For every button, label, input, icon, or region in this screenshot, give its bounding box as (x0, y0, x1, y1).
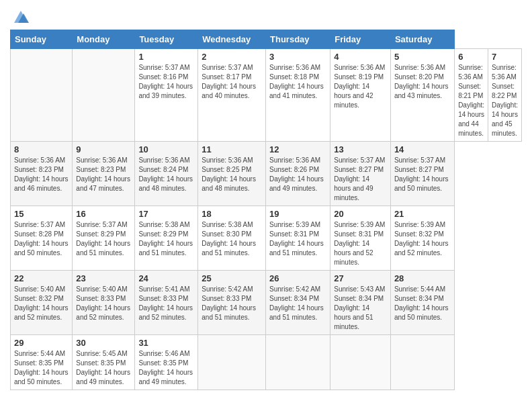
calendar-cell: 16Sunrise: 5:37 AMSunset: 8:29 PMDayligh… (73, 206, 135, 271)
day-number: 13 (334, 144, 387, 154)
calendar-cell: 13Sunrise: 5:37 AMSunset: 8:27 PMDayligh… (330, 142, 391, 206)
day-number: 29 (14, 338, 69, 348)
day-detail: Sunrise: 5:38 AMSunset: 8:30 PMDaylight:… (202, 220, 262, 258)
day-detail: Sunrise: 5:37 AMSunset: 8:16 PMDaylight:… (138, 63, 194, 101)
calendar-cell: 2Sunrise: 5:37 AMSunset: 8:17 PMDaylight… (198, 49, 266, 142)
day-number: 26 (269, 273, 326, 283)
day-number: 2 (202, 52, 262, 62)
day-detail: Sunrise: 5:36 AMSunset: 8:23 PMDaylight:… (76, 156, 131, 193)
day-detail: Sunrise: 5:36 AMSunset: 8:21 PMDaylight:… (458, 63, 484, 138)
weekday-header-monday: Monday (73, 30, 135, 49)
day-detail: Sunrise: 5:36 AMSunset: 8:18 PMDaylight:… (269, 63, 326, 101)
day-detail: Sunrise: 5:37 AMSunset: 8:27 PMDaylight:… (394, 156, 451, 193)
calendar-cell: 15Sunrise: 5:37 AMSunset: 8:28 PMDayligh… (11, 206, 73, 271)
day-number: 20 (334, 209, 387, 219)
day-detail: Sunrise: 5:42 AMSunset: 8:33 PMDaylight:… (202, 285, 262, 322)
calendar-cell: 30Sunrise: 5:45 AMSunset: 8:35 PMDayligh… (73, 335, 135, 390)
header (10, 7, 522, 26)
calendar-cell (330, 335, 391, 390)
day-number: 30 (76, 338, 131, 348)
calendar-cell: 12Sunrise: 5:36 AMSunset: 8:26 PMDayligh… (266, 142, 330, 206)
weekday-header-saturday: Saturday (390, 30, 454, 49)
calendar-cell: 7Sunrise: 5:36 AMSunset: 8:22 PMDaylight… (488, 49, 522, 142)
day-detail: Sunrise: 5:36 AMSunset: 8:23 PMDaylight:… (14, 156, 69, 193)
day-number: 4 (334, 52, 387, 62)
day-detail: Sunrise: 5:36 AMSunset: 8:25 PMDaylight:… (202, 156, 262, 193)
calendar-cell: 20Sunrise: 5:39 AMSunset: 8:31 PMDayligh… (330, 206, 391, 271)
calendar-cell: 21Sunrise: 5:39 AMSunset: 8:32 PMDayligh… (390, 206, 454, 271)
weekday-header-tuesday: Tuesday (135, 30, 198, 49)
day-number: 10 (138, 144, 194, 154)
day-detail: Sunrise: 5:40 AMSunset: 8:33 PMDaylight:… (76, 285, 131, 322)
calendar-cell: 18Sunrise: 5:38 AMSunset: 8:30 PMDayligh… (198, 206, 266, 271)
calendar-cell (198, 335, 266, 390)
calendar-cell: 26Sunrise: 5:42 AMSunset: 8:34 PMDayligh… (266, 271, 330, 335)
calendar-cell: 3Sunrise: 5:36 AMSunset: 8:18 PMDaylight… (266, 49, 330, 142)
logo (10, 7, 30, 26)
day-detail: Sunrise: 5:36 AMSunset: 8:26 PMDaylight:… (269, 156, 326, 193)
day-number: 28 (394, 273, 451, 283)
day-detail: Sunrise: 5:37 AMSunset: 8:28 PMDaylight:… (14, 220, 69, 258)
day-number: 3 (269, 52, 326, 62)
calendar-cell: 22Sunrise: 5:40 AMSunset: 8:32 PMDayligh… (11, 271, 73, 335)
day-number: 12 (269, 144, 326, 154)
day-number: 11 (202, 144, 262, 154)
calendar-cell: 11Sunrise: 5:36 AMSunset: 8:25 PMDayligh… (198, 142, 266, 206)
day-detail: Sunrise: 5:39 AMSunset: 8:31 PMDaylight:… (269, 220, 326, 258)
day-number: 15 (14, 209, 69, 219)
day-detail: Sunrise: 5:40 AMSunset: 8:32 PMDaylight:… (14, 285, 69, 322)
day-detail: Sunrise: 5:45 AMSunset: 8:35 PMDaylight:… (76, 349, 131, 387)
calendar-cell: 8Sunrise: 5:36 AMSunset: 8:23 PMDaylight… (11, 142, 73, 206)
day-detail: Sunrise: 5:37 AMSunset: 8:29 PMDaylight:… (76, 220, 131, 258)
calendar-cell: 10Sunrise: 5:36 AMSunset: 8:24 PMDayligh… (135, 142, 198, 206)
logo-icon (11, 7, 30, 26)
day-detail: Sunrise: 5:36 AMSunset: 8:20 PMDaylight:… (394, 63, 451, 101)
calendar-cell: 29Sunrise: 5:44 AMSunset: 8:35 PMDayligh… (11, 335, 73, 390)
day-number: 19 (269, 209, 326, 219)
calendar-cell: 17Sunrise: 5:38 AMSunset: 8:29 PMDayligh… (135, 206, 198, 271)
day-number: 18 (202, 209, 262, 219)
day-detail: Sunrise: 5:37 AMSunset: 8:17 PMDaylight:… (202, 63, 262, 101)
day-number: 27 (334, 273, 387, 283)
calendar-cell: 4Sunrise: 5:36 AMSunset: 8:19 PMDaylight… (330, 49, 391, 142)
day-number: 9 (76, 144, 131, 154)
day-number: 17 (138, 209, 194, 219)
calendar-cell: 9Sunrise: 5:36 AMSunset: 8:23 PMDaylight… (73, 142, 135, 206)
day-detail: Sunrise: 5:38 AMSunset: 8:29 PMDaylight:… (138, 220, 194, 258)
day-detail: Sunrise: 5:41 AMSunset: 8:33 PMDaylight:… (138, 285, 194, 322)
day-detail: Sunrise: 5:36 AMSunset: 8:24 PMDaylight:… (138, 156, 194, 193)
day-number: 5 (394, 52, 451, 62)
day-number: 25 (202, 273, 262, 283)
day-detail: Sunrise: 5:37 AMSunset: 8:27 PMDaylight:… (334, 156, 387, 203)
day-number: 16 (76, 209, 131, 219)
day-number: 7 (492, 52, 518, 62)
day-number: 21 (394, 209, 451, 219)
calendar-cell: 1Sunrise: 5:37 AMSunset: 8:16 PMDaylight… (135, 49, 198, 142)
day-detail: Sunrise: 5:36 AMSunset: 8:22 PMDaylight:… (492, 63, 518, 138)
day-number: 6 (458, 52, 484, 62)
weekday-header-sunday: Sunday (11, 30, 73, 49)
day-detail: Sunrise: 5:39 AMSunset: 8:32 PMDaylight:… (394, 220, 451, 258)
calendar-cell (390, 335, 454, 390)
day-number: 22 (14, 273, 69, 283)
calendar-table: SundayMondayTuesdayWednesdayThursdayFrid… (10, 30, 522, 390)
calendar-cell: 5Sunrise: 5:36 AMSunset: 8:20 PMDaylight… (390, 49, 454, 142)
day-number: 8 (14, 144, 69, 154)
day-number: 1 (138, 52, 194, 62)
calendar-cell: 27Sunrise: 5:43 AMSunset: 8:34 PMDayligh… (330, 271, 391, 335)
calendar-cell (266, 335, 330, 390)
calendar-cell: 28Sunrise: 5:44 AMSunset: 8:34 PMDayligh… (390, 271, 454, 335)
calendar-cell: 24Sunrise: 5:41 AMSunset: 8:33 PMDayligh… (135, 271, 198, 335)
day-detail: Sunrise: 5:44 AMSunset: 8:35 PMDaylight:… (14, 349, 69, 387)
weekday-header-friday: Friday (330, 30, 391, 49)
calendar-cell: 23Sunrise: 5:40 AMSunset: 8:33 PMDayligh… (73, 271, 135, 335)
calendar-cell: 14Sunrise: 5:37 AMSunset: 8:27 PMDayligh… (390, 142, 454, 206)
day-detail: Sunrise: 5:43 AMSunset: 8:34 PMDaylight:… (334, 285, 387, 332)
day-detail: Sunrise: 5:42 AMSunset: 8:34 PMDaylight:… (269, 285, 326, 322)
weekday-header-wednesday: Wednesday (198, 30, 266, 49)
day-number: 31 (138, 338, 194, 348)
calendar-cell: 6Sunrise: 5:36 AMSunset: 8:21 PMDaylight… (455, 49, 488, 142)
day-number: 24 (138, 273, 194, 283)
day-detail: Sunrise: 5:44 AMSunset: 8:34 PMDaylight:… (394, 285, 451, 322)
calendar-cell: 31Sunrise: 5:46 AMSunset: 8:35 PMDayligh… (135, 335, 198, 390)
